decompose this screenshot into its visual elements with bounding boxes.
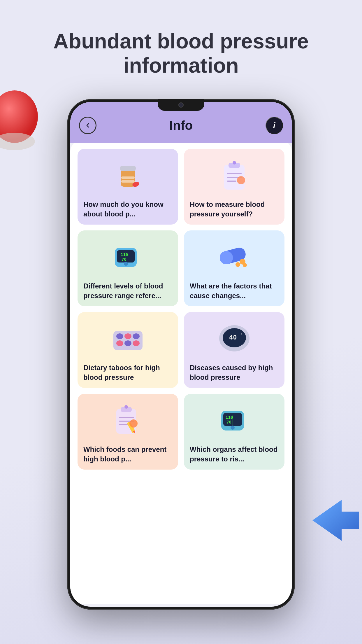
svg-point-24 xyxy=(236,262,240,267)
card-measure-blood-pressure[interactable]: How to measure blood pressure yourself? xyxy=(184,149,284,225)
card-bp-levels[interactable]: 110 70 Different levels of blood pressur… xyxy=(78,230,178,306)
card-label: How much do you know about blood p... xyxy=(83,200,172,219)
svg-text:40: 40 xyxy=(229,334,237,341)
card-grid: How much do you know about blood p... xyxy=(78,149,284,470)
app-content: How much do you know about blood p... xyxy=(70,140,292,604)
card-illustration xyxy=(190,236,279,277)
header-title: Info xyxy=(169,118,193,133)
svg-marker-2 xyxy=(312,500,359,541)
card-organs-affect[interactable]: 110 70 Which organs affect blood pressur… xyxy=(184,394,284,470)
card-illustration: 110 70 xyxy=(83,236,172,277)
card-diseases[interactable]: 40 ° Diseases caused by high blood press… xyxy=(184,312,284,388)
svg-point-25 xyxy=(243,263,247,267)
card-foods-prevent[interactable]: Which foods can prevent high blood p... xyxy=(78,394,178,470)
svg-point-45 xyxy=(129,419,138,428)
card-label: Different levels of blood pressure range… xyxy=(83,281,172,300)
info-button[interactable]: i xyxy=(266,117,283,134)
svg-rect-6 xyxy=(121,180,135,183)
card-blood-pressure-basics[interactable]: How much do you know about blood p... xyxy=(78,149,178,225)
svg-text:110: 110 xyxy=(121,252,128,257)
svg-point-31 xyxy=(124,340,131,346)
card-label: Which organs affect blood pressure to ri… xyxy=(190,445,279,464)
phone-frame: Info i xyxy=(67,99,295,610)
card-label: Diseases caused by high blood pressure xyxy=(190,363,279,382)
card-illustration xyxy=(190,155,279,195)
card-factors[interactable]: What are the factors that cause changes.… xyxy=(184,230,284,306)
svg-point-29 xyxy=(133,333,140,339)
decorative-red-shape xyxy=(0,88,41,153)
svg-point-51 xyxy=(231,426,235,430)
svg-text:°: ° xyxy=(241,333,243,337)
svg-rect-4 xyxy=(120,166,136,171)
svg-point-10 xyxy=(233,161,236,164)
svg-point-32 xyxy=(133,340,140,346)
phone-notch xyxy=(158,99,204,111)
svg-rect-5 xyxy=(121,176,135,179)
svg-point-28 xyxy=(124,333,131,339)
svg-point-14 xyxy=(237,176,245,184)
svg-point-39 xyxy=(124,405,128,409)
phone-screen: Info i xyxy=(70,102,292,607)
back-button[interactable] xyxy=(79,117,96,134)
svg-point-27 xyxy=(116,333,123,339)
card-label: Dietary taboos for high blood pressure xyxy=(83,363,172,382)
card-label: What are the factors that cause changes.… xyxy=(190,281,279,300)
svg-text:70: 70 xyxy=(226,420,231,424)
card-dietary-taboos[interactable]: Dietary taboos for high blood pressure xyxy=(78,312,178,388)
card-illustration xyxy=(83,155,172,195)
card-illustration xyxy=(83,400,172,440)
card-illustration xyxy=(83,318,172,359)
svg-text:110: 110 xyxy=(226,415,233,420)
camera xyxy=(178,102,184,108)
card-label: Which foods can prevent high blood p... xyxy=(83,445,172,464)
decorative-blue-arrow xyxy=(312,500,359,542)
card-label: How to measure blood pressure yourself? xyxy=(190,200,279,219)
svg-point-30 xyxy=(116,340,123,346)
svg-point-20 xyxy=(124,262,128,266)
card-illustration: 110 70 xyxy=(190,400,279,440)
card-illustration: 40 ° xyxy=(190,318,279,359)
page-title: Abundant blood pressure information xyxy=(0,29,362,78)
